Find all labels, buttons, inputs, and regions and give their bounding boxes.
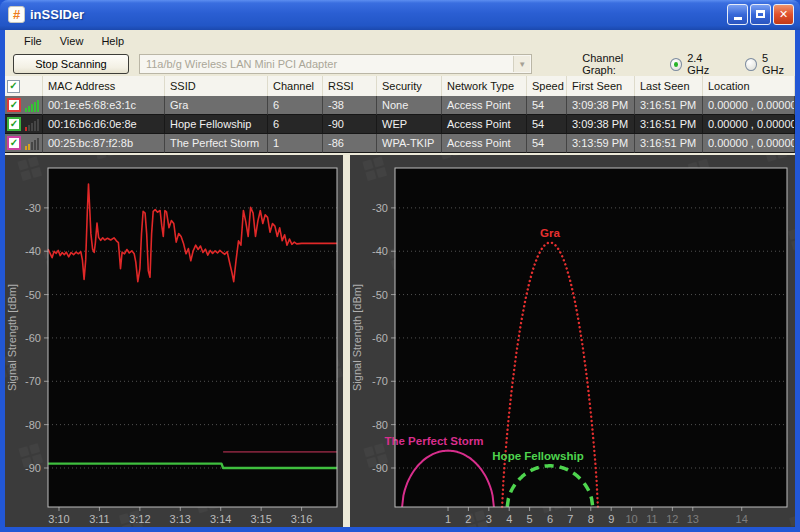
rssi-cell: -90 [323, 115, 377, 134]
close-icon: ✕ [779, 8, 788, 21]
svg-text:-70: -70 [372, 375, 388, 387]
col-header-security[interactable]: Security [377, 76, 442, 96]
signal-strength-icon [25, 118, 39, 131]
svg-text:12: 12 [666, 513, 678, 525]
svg-text:Signal Strength [dBm]: Signal Strength [dBm] [6, 284, 18, 391]
svg-text:3:15: 3:15 [250, 513, 271, 525]
channel-cell: 6 [268, 96, 323, 115]
row-checkbox[interactable]: ✓ [7, 117, 21, 131]
row-checkbox[interactable]: ✓ [7, 136, 21, 150]
table-row[interactable]: ✓00:16:b6:d6:0e:8eHope Fellowship6-90WEP… [5, 115, 795, 134]
stop-scanning-button[interactable]: Stop Scanning [13, 54, 129, 74]
svg-text:3:13: 3:13 [170, 513, 191, 525]
col-header-location[interactable]: Location [703, 76, 795, 96]
charts-area: -30-40-50-60-70-80-903:103:113:123:133:1… [5, 155, 795, 527]
location-cell: 0.00000 , 0.00000 [703, 115, 795, 134]
svg-text:9: 9 [608, 513, 614, 525]
first-seen-cell: 3:09:38 PM [567, 115, 635, 134]
svg-text:Signal Strength [dBm]: Signal Strength [dBm] [351, 284, 363, 391]
location-cell: 0.00000 , 0.00000 [703, 134, 795, 153]
curve-label-the-perfect-storm: The Perfect Storm [384, 435, 483, 447]
mac-cell: 00:16:b6:d6:0e:8e [43, 115, 165, 134]
menu-file[interactable]: File [15, 32, 51, 50]
ssid-cell: The Perfect Storm [165, 134, 268, 153]
svg-text:-70: -70 [25, 375, 41, 387]
col-header-last-seen[interactable]: Last Seen [635, 76, 703, 96]
col-header-speed[interactable]: Speed [527, 76, 567, 96]
time-graph: -30-40-50-60-70-80-903:103:113:123:133:1… [5, 155, 343, 527]
first-seen-cell: 3:09:38 PM [567, 96, 635, 115]
network-type-cell: Access Point [442, 96, 527, 115]
menu-view[interactable]: View [51, 32, 93, 50]
radio-icon [745, 58, 757, 71]
svg-text:3:16: 3:16 [291, 513, 312, 525]
maximize-icon [756, 10, 765, 18]
ssid-cell: Hope Fellowship [165, 115, 268, 134]
signal-strength-icon [25, 99, 39, 112]
minimize-button[interactable] [727, 4, 748, 25]
col-header-ssid[interactable]: SSID [165, 76, 268, 96]
col-header-rssi[interactable]: RSSI [323, 76, 377, 96]
network-type-cell: Access Point [442, 134, 527, 153]
menu-help[interactable]: Help [92, 32, 133, 50]
signal-strength-icon [25, 137, 39, 150]
channel-cell: 1 [268, 134, 323, 153]
ssid-cell: Gra [165, 96, 268, 115]
svg-text:3: 3 [486, 513, 492, 525]
curve-label-hope-fellowship: Hope Fellowship [492, 450, 583, 462]
svg-text:3:10: 3:10 [48, 513, 69, 525]
band-radio-group: 2.4 GHz 5 GHz [670, 52, 791, 76]
radio-2-4ghz[interactable]: 2.4 GHz [670, 52, 725, 76]
svg-text:-50: -50 [372, 289, 388, 301]
channel-cell: 6 [268, 115, 323, 134]
rssi-cell: -86 [323, 134, 377, 153]
channel-graph-label: Channel Graph: [582, 52, 656, 76]
chevron-down-icon: ▼ [513, 56, 530, 72]
svg-text:3:11: 3:11 [89, 513, 110, 525]
table-header: ✓ MAC Address SSID Channel RSSI Security… [5, 76, 795, 96]
svg-text:-90: -90 [372, 462, 388, 474]
col-header-first-seen[interactable]: First Seen [567, 76, 635, 96]
svg-text:-40: -40 [25, 245, 41, 257]
col-header-mac[interactable]: MAC Address [43, 76, 165, 96]
svg-text:14: 14 [736, 513, 748, 525]
table-row[interactable]: ✓00:1e:e5:68:e3:1cGra6-38NoneAccess Poin… [5, 96, 795, 115]
row-checkbox[interactable]: ✓ [7, 98, 21, 112]
adapter-select-value: 11a/b/g Wireless LAN Mini PCI Adapter [146, 58, 337, 70]
radio-5ghz-label: 5 GHz [762, 52, 791, 76]
speed-cell: 54 [527, 96, 567, 115]
svg-text:10: 10 [625, 513, 637, 525]
security-cell: WPA-TKIP [377, 134, 442, 153]
radio-icon [670, 58, 682, 71]
svg-text:3:12: 3:12 [129, 513, 150, 525]
svg-text:-80: -80 [25, 419, 41, 431]
maximize-button[interactable] [750, 4, 771, 25]
mac-cell: 00:25:bc:87:f2:8b [43, 134, 165, 153]
select-all-checkbox[interactable]: ✓ [7, 80, 20, 93]
svg-text:-30: -30 [25, 202, 41, 214]
col-header-channel[interactable]: Channel [268, 76, 323, 96]
svg-text:4: 4 [506, 513, 512, 525]
close-button[interactable]: ✕ [773, 4, 794, 25]
network-type-cell: Access Point [442, 115, 527, 134]
last-seen-cell: 3:16:51 PM [635, 96, 703, 115]
svg-text:3:14: 3:14 [210, 513, 231, 525]
toolbar: Stop Scanning 11a/b/g Wireless LAN Mini … [5, 52, 795, 76]
app-icon: # [8, 6, 25, 23]
adapter-select[interactable]: 11a/b/g Wireless LAN Mini PCI Adapter ▼ [139, 54, 532, 74]
table-row[interactable]: ✓00:25:bc:87:f2:8bThe Perfect Storm1-86W… [5, 134, 795, 153]
radio-5ghz[interactable]: 5 GHz [745, 52, 791, 76]
svg-text:-90: -90 [25, 462, 41, 474]
security-cell: WEP [377, 115, 442, 134]
radio-2-4ghz-label: 2.4 GHz [687, 52, 725, 76]
last-seen-cell: 3:16:51 PM [635, 115, 703, 134]
speed-cell: 54 [527, 134, 567, 153]
svg-text:-30: -30 [372, 202, 388, 214]
svg-text:5: 5 [527, 513, 533, 525]
svg-text:11: 11 [646, 513, 657, 525]
title-bar: # inSSIDer ✕ [0, 0, 800, 30]
app-window: # inSSIDer ✕ File View Help Stop Scannin… [0, 0, 800, 532]
minimize-icon [734, 17, 742, 20]
col-header-network-type[interactable]: Network Type [442, 76, 527, 96]
svg-text:1: 1 [445, 513, 451, 525]
